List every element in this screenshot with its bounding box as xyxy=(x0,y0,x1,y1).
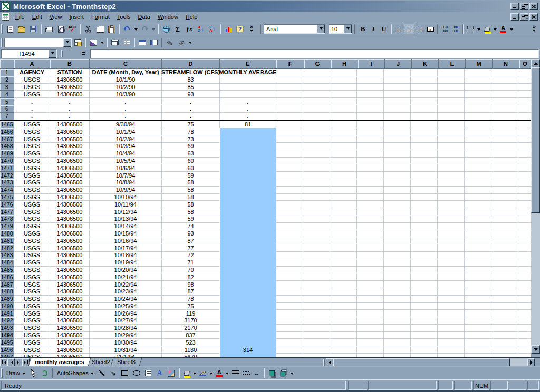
cell[interactable]: USGS xyxy=(14,288,50,296)
empty-cells[interactable] xyxy=(276,158,531,165)
row-header-1493[interactable]: 1493 xyxy=(0,325,14,332)
cell[interactable]: . xyxy=(14,98,50,105)
cell[interactable]: 14306500 xyxy=(50,281,90,288)
cell[interactable]: 10/8/94 xyxy=(90,179,162,187)
oval-button[interactable] xyxy=(131,367,142,379)
cell[interactable]: 14306500 xyxy=(50,310,90,317)
cell[interactable]: 10/30/94 xyxy=(90,339,162,346)
cell[interactable] xyxy=(220,150,276,158)
cell[interactable]: 10/2/94 xyxy=(90,135,162,143)
cell[interactable]: . xyxy=(162,105,220,113)
draw-line-color-dropdown[interactable] xyxy=(208,367,214,379)
cell[interactable] xyxy=(220,317,276,325)
empty-cells[interactable] xyxy=(276,288,531,296)
empty-cells[interactable] xyxy=(276,281,531,288)
prev-sheet-button[interactable] xyxy=(7,358,15,366)
cell[interactable]: 58 xyxy=(162,187,220,194)
cell[interactable]: 11/1/94 xyxy=(90,354,162,357)
cell[interactable] xyxy=(220,84,276,91)
line-button[interactable] xyxy=(96,367,108,379)
cell[interactable]: USGS xyxy=(14,143,50,150)
cell[interactable]: 10/28/94 xyxy=(90,325,162,332)
cut-button[interactable] xyxy=(82,23,94,35)
empty-cells[interactable] xyxy=(276,76,531,84)
scroll-left-button[interactable] xyxy=(326,358,333,366)
cell[interactable]: 10/18/94 xyxy=(90,252,162,259)
cell[interactable]: 59 xyxy=(162,172,220,179)
row-header-6[interactable]: 6 xyxy=(0,105,14,113)
font-color-dropdown[interactable] xyxy=(508,23,514,35)
formula-input[interactable] xyxy=(90,49,539,58)
cell[interactable]: 60 xyxy=(162,158,220,165)
cell[interactable]: 14306500 xyxy=(50,164,90,172)
row-header-4[interactable]: 4 xyxy=(0,91,14,98)
cell[interactable]: 14306500 xyxy=(50,303,90,310)
cell[interactable]: 14306500 xyxy=(50,296,90,303)
cell[interactable]: USGS xyxy=(14,158,50,165)
empty-cells[interactable] xyxy=(276,113,531,120)
row-header-1479[interactable]: 1479 xyxy=(0,223,14,230)
angle-text-up-button[interactable]: ab xyxy=(176,37,187,48)
row-header-1[interactable]: 1 xyxy=(0,69,14,76)
cell[interactable]: . xyxy=(220,113,276,120)
cell[interactable]: 14306500 xyxy=(50,346,90,354)
cell[interactable] xyxy=(220,339,276,346)
draw-menu-button[interactable]: Draw xyxy=(4,370,27,376)
cell[interactable]: 14306500 xyxy=(50,194,90,201)
cell[interactable] xyxy=(220,179,276,187)
borders-button[interactable] xyxy=(465,24,476,34)
cell[interactable] xyxy=(220,259,276,267)
cell[interactable]: 10/2/90 xyxy=(90,84,162,91)
row-header-1468[interactable]: 1468 xyxy=(0,143,14,150)
empty-cells[interactable] xyxy=(276,244,531,252)
cell[interactable]: 10/29/94 xyxy=(90,332,162,339)
scroll-right-button[interactable] xyxy=(527,358,535,366)
cell[interactable]: 14306500 xyxy=(50,244,90,252)
cell[interactable]: 10/11/94 xyxy=(90,201,162,208)
scroll-down-button[interactable] xyxy=(531,345,540,354)
cell[interactable] xyxy=(220,172,276,179)
cell[interactable]: 14306500 xyxy=(50,354,90,357)
underline-button[interactable]: U xyxy=(379,24,389,34)
minimize-button[interactable] xyxy=(510,3,519,10)
autocalculate-panel[interactable] xyxy=(368,381,437,390)
draw-fill-color-dropdown[interactable] xyxy=(192,367,198,379)
copy-button[interactable] xyxy=(94,23,105,35)
cell[interactable] xyxy=(220,325,276,332)
autosum-button[interactable]: Σ xyxy=(172,23,184,35)
empty-cells[interactable] xyxy=(276,259,531,267)
cell[interactable]: 14306500 xyxy=(50,172,90,179)
empty-cells[interactable] xyxy=(276,339,531,346)
empty-cells[interactable] xyxy=(276,296,531,303)
cell[interactable] xyxy=(220,194,276,201)
column-header-C[interactable]: C xyxy=(90,59,162,69)
cell[interactable]: 58 xyxy=(162,179,220,187)
cell[interactable]: 74 xyxy=(162,223,220,230)
cell[interactable]: 2170 xyxy=(162,325,220,332)
insert-hyperlink-button[interactable] xyxy=(160,23,172,35)
cell[interactable]: USGS xyxy=(14,296,50,303)
cell[interactable]: USGS xyxy=(14,179,50,187)
by-row-button[interactable] xyxy=(137,37,148,48)
cell[interactable]: 10/16/94 xyxy=(90,237,162,244)
cell[interactable]: USGS xyxy=(14,135,50,143)
cell[interactable] xyxy=(220,230,276,238)
undo-dropdown[interactable] xyxy=(133,23,139,35)
column-header-K[interactable]: K xyxy=(412,59,439,69)
cell[interactable] xyxy=(220,208,276,215)
cell[interactable] xyxy=(220,164,276,172)
cell[interactable] xyxy=(220,281,276,288)
free-rotate-button[interactable] xyxy=(39,367,51,379)
cell[interactable]: 14306500 xyxy=(50,76,90,84)
cell[interactable]: USGS xyxy=(14,128,50,135)
empty-cells[interactable] xyxy=(276,230,531,238)
cell[interactable] xyxy=(220,187,276,194)
empty-cells[interactable] xyxy=(276,135,531,143)
cell[interactable] xyxy=(220,215,276,223)
cell[interactable]: USGS xyxy=(14,259,50,267)
empty-cells[interactable] xyxy=(276,172,531,179)
cell[interactable]: 14306500 xyxy=(50,91,90,98)
menu-format[interactable]: Format xyxy=(88,13,113,21)
cell[interactable]: . xyxy=(14,105,50,113)
empty-cells[interactable] xyxy=(276,194,531,201)
